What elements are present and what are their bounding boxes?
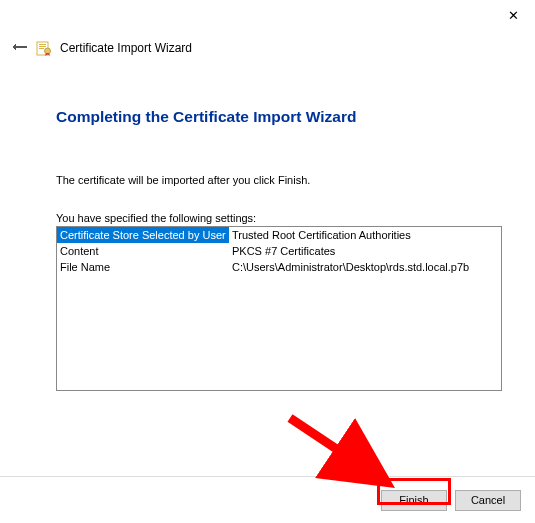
wizard-title: Certificate Import Wizard xyxy=(60,41,192,55)
wizard-header: 🠔 Certificate Import Wizard xyxy=(12,40,192,56)
back-arrow-icon[interactable]: 🠔 xyxy=(12,40,28,56)
setting-value: C:\Users\Administrator\Desktop\rds.std.l… xyxy=(229,259,501,275)
setting-name: Content xyxy=(57,243,229,259)
page-heading: Completing the Certificate Import Wizard xyxy=(56,108,499,126)
list-item[interactable]: Content PKCS #7 Certificates xyxy=(57,243,501,259)
list-item[interactable]: File Name C:\Users\Administrator\Desktop… xyxy=(57,259,501,275)
setting-value: PKCS #7 Certificates xyxy=(229,243,501,259)
certificate-icon xyxy=(36,40,52,56)
setting-value: Trusted Root Certification Authorities xyxy=(229,227,501,243)
svg-line-6 xyxy=(290,418,380,478)
svg-rect-3 xyxy=(39,48,44,49)
setting-name: Certificate Store Selected by User xyxy=(57,227,229,243)
svg-rect-1 xyxy=(39,44,46,45)
list-item[interactable]: Certificate Store Selected by User Trust… xyxy=(57,227,501,243)
settings-listbox[interactable]: Certificate Store Selected by User Trust… xyxy=(56,226,502,391)
instruction-text: The certificate will be imported after y… xyxy=(56,174,499,186)
cancel-button[interactable]: Cancel xyxy=(455,490,521,511)
close-icon[interactable]: ✕ xyxy=(508,8,519,23)
setting-name: File Name xyxy=(57,259,229,275)
wizard-content: Completing the Certificate Import Wizard… xyxy=(56,108,499,391)
wizard-footer: Finish Cancel xyxy=(0,476,535,523)
svg-rect-2 xyxy=(39,46,46,47)
finish-button[interactable]: Finish xyxy=(381,490,447,511)
settings-label: You have specified the following setting… xyxy=(56,212,499,224)
